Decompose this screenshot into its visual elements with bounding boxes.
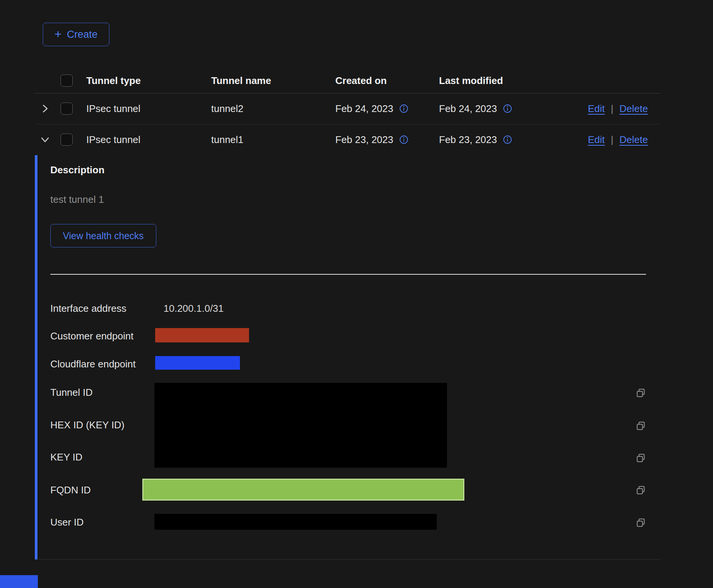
- interface-address-label: Interface address: [50, 303, 126, 314]
- key-id-label: KEY ID: [50, 451, 83, 463]
- chevron-down-icon[interactable]: [40, 124, 50, 155]
- column-header-created-on: Created on: [335, 68, 387, 93]
- table-row-tunnel2: IPsec tunnel tunnel2 Feb 24, 2023 Feb 24…: [35, 93, 660, 124]
- copy-icon-tunnel-id[interactable]: [635, 388, 646, 398]
- fqdn-id-redaction: [142, 479, 464, 501]
- created-on-cell: Feb 24, 2023: [335, 93, 408, 124]
- actions-separator: |: [611, 103, 613, 115]
- user-id-label: User ID: [50, 516, 84, 528]
- cloudflare-endpoint-redaction: [155, 356, 240, 370]
- last-modified-cell: Feb 24, 2023: [439, 93, 512, 124]
- tunnel-detail-panel: Description test tunnel 1 View health ch…: [35, 155, 660, 560]
- tunnel-type-cell: IPsec tunnel: [86, 124, 140, 155]
- customer-endpoint-redaction: [155, 328, 249, 342]
- edit-link[interactable]: Edit: [588, 134, 605, 146]
- tunnel-name-cell: tunnel2: [211, 93, 243, 124]
- column-header-tunnel-name: Tunnel name: [211, 68, 271, 93]
- column-header-tunnel-type: Tunnel type: [86, 68, 141, 93]
- info-icon[interactable]: [503, 135, 512, 144]
- hex-id-label: HEX ID (KEY ID): [50, 419, 125, 431]
- copy-icon-key-id[interactable]: [635, 453, 646, 464]
- create-button[interactable]: + Create: [43, 23, 109, 46]
- copy-icon-user-id[interactable]: [635, 518, 646, 528]
- row-actions: Edit | Delete: [588, 124, 648, 155]
- created-on-cell: Feb 23, 2023: [335, 124, 408, 155]
- info-icon[interactable]: [503, 104, 512, 113]
- table-header: Tunnel type Tunnel name Created on Last …: [35, 68, 660, 93]
- panel-divider: [50, 274, 646, 275]
- tunnel-id-label: Tunnel ID: [50, 387, 93, 398]
- row-checkbox[interactable]: [61, 103, 73, 115]
- edit-link[interactable]: Edit: [588, 103, 605, 115]
- row-actions: Edit | Delete: [588, 93, 648, 124]
- delete-link[interactable]: Delete: [620, 103, 648, 115]
- create-button-label: Create: [67, 29, 98, 40]
- delete-link[interactable]: Delete: [620, 134, 648, 146]
- interface-address-value: 10.200.1.0/31: [163, 303, 224, 314]
- select-all-checkbox[interactable]: [61, 75, 73, 87]
- info-icon[interactable]: [399, 104, 408, 113]
- bottom-left-blue-block: [0, 575, 38, 588]
- copy-icon-fqdn-id[interactable]: [635, 485, 646, 496]
- row-checkbox[interactable]: [61, 134, 73, 146]
- user-id-redaction: [154, 514, 437, 530]
- info-icon[interactable]: [399, 135, 408, 144]
- tunnel-name-cell: tunnel1: [211, 124, 243, 155]
- tunnels-page: + Create Tunnel type Tunnel name Created…: [0, 0, 713, 588]
- last-modified-cell: Feb 23, 2023: [439, 124, 512, 155]
- plus-icon: +: [54, 28, 62, 40]
- fqdn-id-label: FQDN ID: [50, 484, 91, 496]
- description-heading: Description: [50, 164, 104, 176]
- tunnel-type-cell: IPsec tunnel: [86, 93, 140, 124]
- description-value: test tunnel 1: [50, 194, 104, 205]
- column-header-last-modified: Last modified: [439, 68, 503, 93]
- created-on-value: Feb 24, 2023: [335, 103, 393, 115]
- created-on-value: Feb 23, 2023: [335, 134, 393, 146]
- view-health-checks-button[interactable]: View health checks: [50, 224, 156, 247]
- last-modified-value: Feb 24, 2023: [439, 103, 497, 115]
- chevron-right-icon[interactable]: [40, 93, 50, 124]
- copy-icon-hex-id[interactable]: [635, 421, 646, 431]
- customer-endpoint-label: Customer endpoint: [50, 330, 134, 342]
- table-row-tunnel1: IPsec tunnel tunnel1 Feb 23, 2023 Feb 23…: [35, 124, 660, 155]
- ids-redaction-block: [154, 383, 447, 468]
- actions-separator: |: [611, 134, 613, 146]
- last-modified-value: Feb 23, 2023: [439, 134, 497, 146]
- cloudflare-endpoint-label: Cloudflare endpoint: [50, 358, 136, 370]
